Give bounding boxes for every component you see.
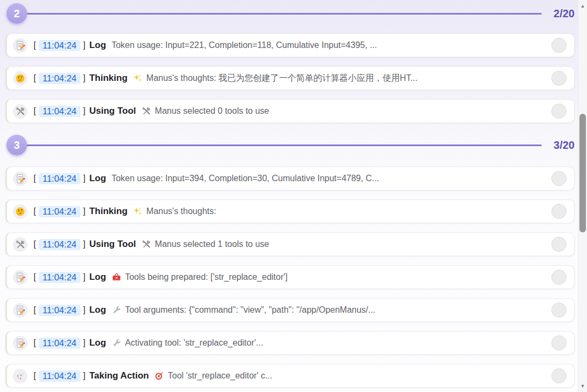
using-tool-card[interactable]: [ 11:04:24 ] Using Tool Manus selected 0…: [5, 99, 575, 123]
bracket-open: [: [33, 338, 36, 348]
status-circle[interactable]: [551, 368, 566, 383]
log-message: Manus's thoughts:: [146, 207, 545, 216]
bracket-close: ]: [83, 338, 86, 348]
log-type-label: Log: [89, 338, 106, 348]
using-tool-card[interactable]: [ 11:04:24 ] Using Tool Manus selected 1…: [5, 232, 575, 256]
timestamp-badge: 11:04:24: [39, 338, 80, 349]
log-message: Tool arguments: {"command": "view", "pat…: [125, 305, 545, 315]
taking-action-card[interactable]: [ 11:04:24 ] Taking Action Tool 'str_rep…: [5, 364, 575, 388]
thinking-card[interactable]: [ 11:04:24 ] Thinking Manus's thoughts: …: [5, 66, 575, 90]
scrollbar-thumb[interactable]: [579, 114, 586, 232]
log-card[interactable]: [ 11:04:24 ] Log Tool arguments: {"comma…: [5, 298, 575, 322]
memo-icon: [13, 38, 28, 53]
step-number-badge: 2: [6, 3, 27, 24]
bracket-close: ]: [83, 272, 86, 283]
timestamp-badge: 11:04:24: [39, 173, 80, 184]
hammer-wrench-icon: [13, 237, 28, 252]
log-list: 2 2/20 [ 11:04:24 ] Log Token usage: Inp…: [0, 0, 578, 392]
memo-icon: [13, 171, 28, 186]
hammer-wrench-icon: [13, 104, 28, 119]
bracket-close: ]: [83, 206, 86, 217]
log-type-label: Log: [89, 305, 106, 315]
rocket-icon: [13, 369, 28, 383]
status-circle[interactable]: [551, 71, 566, 86]
bracket-close: ]: [83, 239, 86, 250]
status-circle[interactable]: [551, 270, 566, 285]
timestamp-badge: 11:04:24: [39, 106, 80, 117]
bracket-close: ]: [83, 173, 86, 184]
log-message: Manus's thoughts: 我已为您创建了一个简单的计算器小应用，使用H…: [146, 73, 545, 84]
timestamp-badge: 11:04:24: [39, 206, 80, 217]
step-divider-line: [26, 145, 542, 146]
step-progress-counter: 2/20: [549, 8, 575, 20]
step-divider-3: 3 3/20: [6, 134, 575, 156]
timestamp-badge: 11:04:24: [39, 370, 80, 382]
log-card[interactable]: [ 11:04:24 ] Log Token usage: Input=394,…: [5, 167, 575, 190]
log-type-label: Taking Action: [89, 370, 149, 381]
log-message: Tools being prepared: ['str_replace_edit…: [125, 272, 545, 282]
log-type-label: Using Tool: [89, 106, 136, 116]
bracket-open: [: [33, 106, 36, 116]
status-circle[interactable]: [551, 335, 566, 350]
timestamp-badge: 11:04:24: [39, 305, 80, 316]
log-type-label: Log: [89, 272, 106, 283]
status-circle[interactable]: [551, 302, 566, 318]
log-type-label: Log: [89, 40, 106, 51]
log-message: Manus selected 1 tools to use: [155, 239, 545, 249]
step-divider-line: [26, 13, 542, 15]
step-number-badge: 3: [6, 135, 27, 155]
status-circle[interactable]: [551, 171, 566, 186]
scroll-down-arrow-icon[interactable]: ▼: [578, 382, 587, 390]
memo-icon: [13, 270, 28, 285]
log-type-label: Thinking: [89, 73, 127, 84]
hammer-wrench-icon: [141, 239, 151, 249]
log-type-label: Log: [89, 173, 106, 184]
sparkles-icon: [133, 73, 142, 83]
status-circle[interactable]: [551, 237, 566, 252]
sparkles-icon: [133, 207, 142, 216]
memo-icon: [13, 336, 28, 350]
log-message: Manus selected 0 tools to use: [155, 106, 545, 116]
thinking-face-icon: [13, 71, 28, 86]
step-divider-2: 2 2/20: [6, 3, 575, 24]
bracket-open: [: [33, 206, 36, 217]
timestamp-badge: 11:04:24: [39, 239, 80, 250]
bracket-open: [: [33, 173, 36, 184]
status-circle[interactable]: [551, 38, 566, 53]
thinking-face-icon: [13, 204, 28, 219]
bracket-close: ]: [83, 370, 86, 381]
hammer-wrench-icon: [141, 106, 151, 116]
bracket-close: ]: [83, 40, 86, 51]
toolbox-icon: [112, 272, 121, 282]
log-message: Tool 'str_replace_editor' c...: [168, 371, 545, 381]
bracket-close: ]: [83, 73, 86, 84]
bracket-open: [: [33, 305, 36, 315]
status-circle[interactable]: [551, 104, 566, 119]
timestamp-badge: 11:04:24: [39, 40, 80, 51]
dart-icon: [154, 371, 164, 381]
bracket-open: [: [33, 239, 36, 250]
log-type-label: Using Tool: [89, 239, 136, 250]
bracket-open: [: [33, 370, 36, 381]
timestamp-badge: 11:04:24: [39, 272, 80, 283]
status-circle[interactable]: [551, 204, 566, 219]
step-progress-counter: 3/20: [549, 139, 575, 152]
bracket-close: ]: [83, 305, 86, 315]
bracket-close: ]: [83, 106, 86, 116]
thinking-card[interactable]: [ 11:04:24 ] Thinking Manus's thoughts:: [5, 200, 575, 223]
log-card[interactable]: [ 11:04:24 ] Log Activating tool: 'str_r…: [5, 331, 575, 355]
vertical-scrollbar[interactable]: ▲ ▼: [578, 0, 587, 392]
wrench-icon: [112, 305, 121, 315]
log-message: Token usage: Input=394, Completion=30, C…: [112, 174, 545, 183]
wrench-icon: [112, 338, 121, 348]
bracket-open: [: [33, 272, 36, 283]
scroll-up-arrow-icon[interactable]: ▲: [578, 2, 587, 10]
log-message: Token usage: Input=221, Completion=118, …: [112, 40, 545, 50]
log-card[interactable]: [ 11:04:24 ] Log Token usage: Input=221,…: [5, 33, 575, 57]
bracket-open: [: [33, 40, 36, 51]
timestamp-badge: 11:04:24: [39, 73, 80, 84]
log-message: Activating tool: 'str_replace_editor'...: [125, 338, 545, 348]
log-card[interactable]: [ 11:04:24 ] Log Tools being prepared: […: [5, 265, 575, 289]
memo-icon: [13, 303, 28, 318]
log-type-label: Thinking: [89, 206, 127, 217]
